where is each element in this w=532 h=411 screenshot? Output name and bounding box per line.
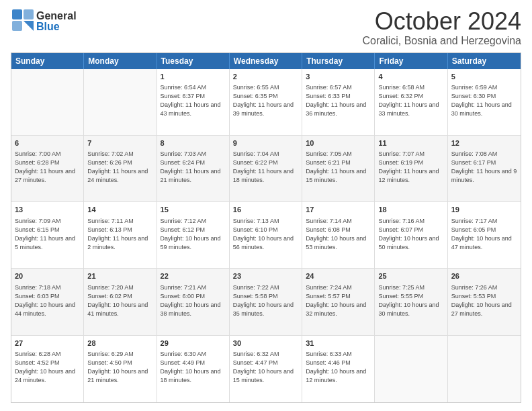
day-number: 28 xyxy=(87,338,152,349)
calendar-cell: 3Sunrise: 6:57 AMSunset: 6:33 PMDaylight… xyxy=(302,69,375,135)
day-number: 4 xyxy=(378,72,443,82)
cell-info: Sunrise: 6:30 AMSunset: 4:49 PMDaylight:… xyxy=(161,350,226,385)
calendar-cell: 30Sunrise: 6:32 AMSunset: 4:47 PMDayligh… xyxy=(230,336,302,402)
calendar-cell: 27Sunrise: 6:28 AMSunset: 4:52 PMDayligh… xyxy=(11,336,84,402)
cell-info: Sunrise: 7:13 AMSunset: 6:10 PMDaylight:… xyxy=(233,217,298,252)
cell-info: Sunrise: 6:33 AMSunset: 4:46 PMDaylight:… xyxy=(306,350,371,385)
calendar-cell: 22Sunrise: 7:21 AMSunset: 6:00 PMDayligh… xyxy=(157,269,230,334)
calendar-cell: 7Sunrise: 7:02 AMSunset: 6:26 PMDaylight… xyxy=(84,136,157,201)
calendar-cell: 12Sunrise: 7:08 AMSunset: 6:17 PMDayligh… xyxy=(448,136,521,201)
calendar-cell: 31Sunrise: 6:33 AMSunset: 4:46 PMDayligh… xyxy=(302,336,375,402)
cell-info: Sunrise: 7:17 AMSunset: 6:05 PMDaylight:… xyxy=(451,217,517,252)
day-number: 29 xyxy=(161,338,226,349)
calendar-cell: 13Sunrise: 7:09 AMSunset: 6:15 PMDayligh… xyxy=(11,202,84,268)
header-friday: Friday xyxy=(375,53,447,69)
calendar-cell: 15Sunrise: 7:12 AMSunset: 6:12 PMDayligh… xyxy=(157,202,230,268)
day-number: 23 xyxy=(233,271,298,281)
title-area: October 2024 Coralici, Bosnia and Herzeg… xyxy=(362,8,521,47)
calendar-body: 1Sunrise: 6:54 AMSunset: 6:37 PMDaylight… xyxy=(11,69,521,402)
cell-info: Sunrise: 7:16 AMSunset: 6:07 PMDaylight:… xyxy=(378,217,443,252)
day-number: 7 xyxy=(87,138,152,148)
logo: General Blue xyxy=(11,8,77,35)
day-number: 8 xyxy=(161,138,226,148)
calendar-row-1: 1Sunrise: 6:54 AMSunset: 6:37 PMDaylight… xyxy=(11,69,521,136)
cell-info: Sunrise: 7:09 AMSunset: 6:15 PMDaylight:… xyxy=(15,217,80,252)
calendar-cell: 2Sunrise: 6:55 AMSunset: 6:35 PMDaylight… xyxy=(230,69,302,135)
calendar-cell: 5Sunrise: 6:59 AMSunset: 6:30 PMDaylight… xyxy=(448,69,521,135)
calendar-cell: 9Sunrise: 7:04 AMSunset: 6:22 PMDaylight… xyxy=(230,136,302,201)
cell-info: Sunrise: 7:03 AMSunset: 6:24 PMDaylight:… xyxy=(161,150,226,185)
calendar-cell: 11Sunrise: 7:07 AMSunset: 6:19 PMDayligh… xyxy=(375,136,447,201)
calendar-row-5: 27Sunrise: 6:28 AMSunset: 4:52 PMDayligh… xyxy=(11,336,521,402)
cell-info: Sunrise: 7:05 AMSunset: 6:21 PMDaylight:… xyxy=(306,150,371,185)
page: General Blue October 2024 Coralici, Bosn… xyxy=(0,0,532,411)
svg-rect-2 xyxy=(12,21,22,31)
calendar-cell xyxy=(448,336,521,402)
svg-marker-3 xyxy=(24,21,34,31)
cell-info: Sunrise: 6:54 AMSunset: 6:37 PMDaylight:… xyxy=(161,83,226,118)
cell-info: Sunrise: 6:29 AMSunset: 4:50 PMDaylight:… xyxy=(87,350,152,385)
calendar-cell: 29Sunrise: 6:30 AMSunset: 4:49 PMDayligh… xyxy=(157,336,230,402)
cell-info: Sunrise: 7:11 AMSunset: 6:13 PMDaylight:… xyxy=(87,217,152,252)
calendar-cell: 1Sunrise: 6:54 AMSunset: 6:37 PMDaylight… xyxy=(157,69,230,135)
day-number: 9 xyxy=(233,138,298,148)
calendar-cell: 28Sunrise: 6:29 AMSunset: 4:50 PMDayligh… xyxy=(84,336,157,402)
calendar-cell: 24Sunrise: 7:24 AMSunset: 5:57 PMDayligh… xyxy=(302,269,375,334)
calendar: Sunday Monday Tuesday Wednesday Thursday… xyxy=(11,52,521,403)
logo-graphic xyxy=(11,8,35,35)
calendar-cell: 16Sunrise: 7:13 AMSunset: 6:10 PMDayligh… xyxy=(230,202,302,268)
calendar-cell: 18Sunrise: 7:16 AMSunset: 6:07 PMDayligh… xyxy=(375,202,447,268)
day-number: 30 xyxy=(233,338,298,349)
day-number: 21 xyxy=(87,271,152,281)
header-thursday: Thursday xyxy=(302,53,375,69)
calendar-cell: 10Sunrise: 7:05 AMSunset: 6:21 PMDayligh… xyxy=(302,136,375,201)
calendar-row-4: 20Sunrise: 7:18 AMSunset: 6:03 PMDayligh… xyxy=(11,269,521,335)
calendar-cell xyxy=(375,336,447,402)
calendar-row-3: 13Sunrise: 7:09 AMSunset: 6:15 PMDayligh… xyxy=(11,202,521,269)
cell-info: Sunrise: 6:28 AMSunset: 4:52 PMDaylight:… xyxy=(15,350,80,385)
cell-info: Sunrise: 6:58 AMSunset: 6:32 PMDaylight:… xyxy=(378,83,443,118)
day-number: 2 xyxy=(233,72,298,82)
cell-info: Sunrise: 6:55 AMSunset: 6:35 PMDaylight:… xyxy=(233,83,298,118)
day-number: 13 xyxy=(15,205,80,215)
header-monday: Monday xyxy=(84,53,157,69)
day-number: 27 xyxy=(15,338,80,349)
header-sunday: Sunday xyxy=(11,53,84,69)
cell-info: Sunrise: 7:07 AMSunset: 6:19 PMDaylight:… xyxy=(378,150,443,185)
calendar-cell xyxy=(11,69,84,135)
cell-info: Sunrise: 7:08 AMSunset: 6:17 PMDaylight:… xyxy=(451,150,517,185)
cell-info: Sunrise: 7:04 AMSunset: 6:22 PMDaylight:… xyxy=(233,150,298,185)
day-number: 6 xyxy=(15,138,80,148)
header-tuesday: Tuesday xyxy=(157,53,230,69)
cell-info: Sunrise: 7:26 AMSunset: 5:53 PMDaylight:… xyxy=(451,283,517,318)
cell-info: Sunrise: 6:32 AMSunset: 4:47 PMDaylight:… xyxy=(233,350,298,385)
calendar-cell: 23Sunrise: 7:22 AMSunset: 5:58 PMDayligh… xyxy=(230,269,302,334)
header-saturday: Saturday xyxy=(448,53,521,69)
day-number: 11 xyxy=(378,138,443,148)
month-title: October 2024 xyxy=(362,8,521,35)
day-number: 3 xyxy=(306,72,371,82)
day-number: 22 xyxy=(161,271,226,281)
cell-info: Sunrise: 7:12 AMSunset: 6:12 PMDaylight:… xyxy=(161,217,226,252)
cell-info: Sunrise: 7:22 AMSunset: 5:58 PMDaylight:… xyxy=(233,283,298,318)
cell-info: Sunrise: 7:20 AMSunset: 6:02 PMDaylight:… xyxy=(87,283,152,318)
cell-info: Sunrise: 7:02 AMSunset: 6:26 PMDaylight:… xyxy=(87,150,152,185)
cell-info: Sunrise: 6:59 AMSunset: 6:30 PMDaylight:… xyxy=(451,83,517,118)
calendar-cell: 4Sunrise: 6:58 AMSunset: 6:32 PMDaylight… xyxy=(375,69,447,135)
cell-info: Sunrise: 7:25 AMSunset: 5:55 PMDaylight:… xyxy=(378,283,443,318)
logo-text: General Blue xyxy=(36,11,77,32)
day-number: 15 xyxy=(161,205,226,215)
cell-info: Sunrise: 7:18 AMSunset: 6:03 PMDaylight:… xyxy=(15,283,80,318)
cell-info: Sunrise: 7:21 AMSunset: 6:00 PMDaylight:… xyxy=(161,283,226,318)
day-number: 18 xyxy=(378,205,443,215)
location-title: Coralici, Bosnia and Herzegovina xyxy=(362,35,521,47)
calendar-cell: 17Sunrise: 7:14 AMSunset: 6:08 PMDayligh… xyxy=(302,202,375,268)
calendar-cell: 26Sunrise: 7:26 AMSunset: 5:53 PMDayligh… xyxy=(448,269,521,334)
calendar-cell: 8Sunrise: 7:03 AMSunset: 6:24 PMDaylight… xyxy=(157,136,230,201)
day-number: 1 xyxy=(161,72,226,82)
logo-blue: Blue xyxy=(36,21,60,32)
day-number: 31 xyxy=(306,338,371,349)
calendar-cell: 6Sunrise: 7:00 AMSunset: 6:28 PMDaylight… xyxy=(11,136,84,201)
cell-info: Sunrise: 7:00 AMSunset: 6:28 PMDaylight:… xyxy=(15,150,80,185)
day-number: 14 xyxy=(87,205,152,215)
